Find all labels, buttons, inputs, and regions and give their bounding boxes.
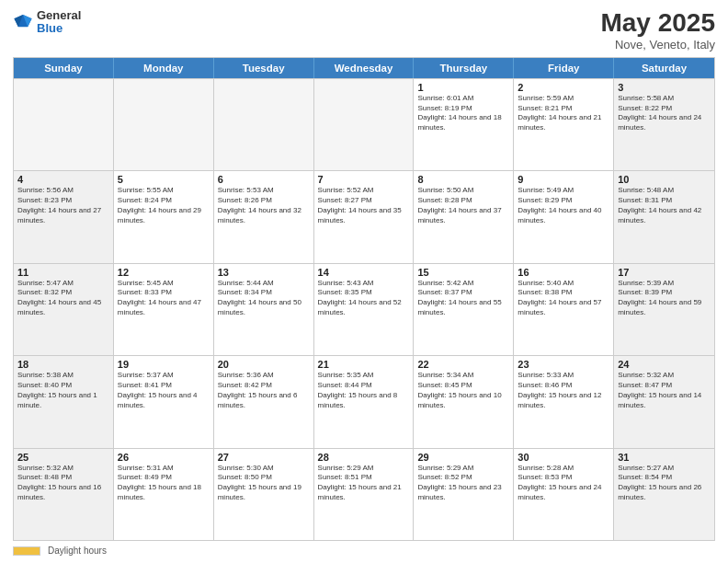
cal-cell-25: 25Sunrise: 5:32 AMSunset: 8:48 PMDayligh… [14,449,114,540]
cal-row-2: 11Sunrise: 5:47 AMSunset: 8:32 PMDayligh… [14,263,714,355]
header: General Blue May 2025 Nove, Veneto, Ital… [13,9,715,52]
day-info: Sunrise: 5:37 AMSunset: 8:41 PMDaylight:… [118,371,210,410]
cal-cell-19: 19Sunrise: 5:37 AMSunset: 8:41 PMDayligh… [114,356,214,447]
cal-cell-26: 26Sunrise: 5:31 AMSunset: 8:49 PMDayligh… [114,449,214,540]
day-number: 26 [118,452,210,463]
cal-cell-3: 3Sunrise: 5:58 AMSunset: 8:22 PMDaylight… [614,79,714,170]
day-number: 21 [318,359,410,370]
day-number: 6 [218,174,310,185]
day-info: Sunrise: 5:31 AMSunset: 8:49 PMDaylight:… [118,464,210,503]
day-number: 13 [218,267,310,278]
cal-row-3: 18Sunrise: 5:38 AMSunset: 8:40 PMDayligh… [14,355,714,447]
day-number: 9 [518,174,609,185]
day-number: 12 [118,267,210,278]
calendar-title: May 2025 [600,9,715,38]
day-info: Sunrise: 5:29 AMSunset: 8:52 PMDaylight:… [417,464,509,503]
cal-cell-28: 28Sunrise: 5:29 AMSunset: 8:51 PMDayligh… [314,449,415,540]
day-number: 30 [518,452,609,463]
calendar: SundayMondayTuesdayWednesdayThursdayFrid… [13,57,715,541]
title-block: May 2025 Nove, Veneto, Italy [600,9,715,52]
cal-cell-5: 5Sunrise: 5:55 AMSunset: 8:24 PMDaylight… [114,171,214,262]
cal-cell-14: 14Sunrise: 5:43 AMSunset: 8:35 PMDayligh… [314,264,415,355]
day-number: 16 [518,267,609,278]
cal-row-1: 4Sunrise: 5:56 AMSunset: 8:23 PMDaylight… [14,170,714,262]
cal-cell-20: 20Sunrise: 5:36 AMSunset: 8:42 PMDayligh… [214,356,314,447]
logo-icon [13,12,33,32]
day-info: Sunrise: 5:55 AMSunset: 8:24 PMDaylight:… [118,186,210,225]
cal-cell-17: 17Sunrise: 5:39 AMSunset: 8:39 PMDayligh… [614,264,714,355]
day-info: Sunrise: 5:50 AMSunset: 8:28 PMDaylight:… [417,186,509,225]
day-info: Sunrise: 5:29 AMSunset: 8:51 PMDaylight:… [318,464,410,503]
cal-cell-11: 11Sunrise: 5:47 AMSunset: 8:32 PMDayligh… [14,264,114,355]
calendar-header-row: SundayMondayTuesdayWednesdayThursdayFrid… [14,58,714,78]
cal-cell-15: 15Sunrise: 5:42 AMSunset: 8:37 PMDayligh… [414,264,514,355]
day-number: 4 [17,174,109,185]
cal-header-saturday: Saturday [614,58,714,78]
cal-cell-16: 16Sunrise: 5:40 AMSunset: 8:38 PMDayligh… [514,264,614,355]
day-number: 15 [417,267,509,278]
day-number: 8 [417,174,509,185]
daylight-bar-icon [13,546,40,556]
day-info: Sunrise: 5:53 AMSunset: 8:26 PMDaylight:… [218,186,310,225]
day-number: 24 [618,359,711,370]
cal-cell-24: 24Sunrise: 5:32 AMSunset: 8:47 PMDayligh… [614,356,714,447]
cal-cell-13: 13Sunrise: 5:44 AMSunset: 8:34 PMDayligh… [214,264,314,355]
logo: General Blue [13,9,81,36]
day-number: 19 [118,359,210,370]
cal-cell-27: 27Sunrise: 5:30 AMSunset: 8:50 PMDayligh… [214,449,314,540]
cal-cell-23: 23Sunrise: 5:33 AMSunset: 8:46 PMDayligh… [514,356,614,447]
day-info: Sunrise: 5:42 AMSunset: 8:37 PMDaylight:… [417,279,509,318]
day-info: Sunrise: 6:01 AMSunset: 8:19 PMDaylight:… [417,94,509,133]
day-info: Sunrise: 5:35 AMSunset: 8:44 PMDaylight:… [318,371,410,410]
cal-cell-31: 31Sunrise: 5:27 AMSunset: 8:54 PMDayligh… [614,449,714,540]
day-info: Sunrise: 5:48 AMSunset: 8:31 PMDaylight:… [618,186,711,225]
cal-row-0: 1Sunrise: 6:01 AMSunset: 8:19 PMDaylight… [14,78,714,170]
day-info: Sunrise: 5:38 AMSunset: 8:40 PMDaylight:… [17,371,109,410]
cal-cell-empty-0-1 [114,79,214,170]
day-info: Sunrise: 5:45 AMSunset: 8:33 PMDaylight:… [118,279,210,318]
day-number: 25 [17,452,109,463]
day-info: Sunrise: 5:34 AMSunset: 8:45 PMDaylight:… [417,371,509,410]
day-info: Sunrise: 5:43 AMSunset: 8:35 PMDaylight:… [318,279,410,318]
cal-cell-8: 8Sunrise: 5:50 AMSunset: 8:28 PMDaylight… [414,171,514,262]
cal-cell-9: 9Sunrise: 5:49 AMSunset: 8:29 PMDaylight… [514,171,614,262]
day-number: 7 [318,174,410,185]
day-info: Sunrise: 5:52 AMSunset: 8:27 PMDaylight:… [318,186,410,225]
day-info: Sunrise: 5:39 AMSunset: 8:39 PMDaylight:… [618,279,711,318]
day-info: Sunrise: 5:49 AMSunset: 8:29 PMDaylight:… [518,186,609,225]
day-number: 11 [17,267,109,278]
logo-blue-text: Blue [37,22,81,35]
day-number: 14 [318,267,410,278]
day-info: Sunrise: 5:36 AMSunset: 8:42 PMDaylight:… [218,371,310,410]
daylight-label: Daylight hours [48,546,107,556]
cal-cell-29: 29Sunrise: 5:29 AMSunset: 8:52 PMDayligh… [414,449,514,540]
day-info: Sunrise: 5:27 AMSunset: 8:54 PMDaylight:… [618,464,711,503]
cal-cell-18: 18Sunrise: 5:38 AMSunset: 8:40 PMDayligh… [14,356,114,447]
day-info: Sunrise: 5:40 AMSunset: 8:38 PMDaylight:… [518,279,609,318]
logo-text: General Blue [37,9,81,36]
day-number: 27 [218,452,310,463]
day-number: 17 [618,267,711,278]
cal-cell-empty-0-3 [314,79,415,170]
day-number: 28 [318,452,410,463]
day-number: 23 [518,359,609,370]
cal-row-4: 25Sunrise: 5:32 AMSunset: 8:48 PMDayligh… [14,448,714,540]
cal-cell-empty-0-0 [14,79,114,170]
cal-cell-12: 12Sunrise: 5:45 AMSunset: 8:33 PMDayligh… [114,264,214,355]
cal-cell-10: 10Sunrise: 5:48 AMSunset: 8:31 PMDayligh… [614,171,714,262]
cal-cell-6: 6Sunrise: 5:53 AMSunset: 8:26 PMDaylight… [214,171,314,262]
calendar-subtitle: Nove, Veneto, Italy [600,38,715,52]
day-info: Sunrise: 5:58 AMSunset: 8:22 PMDaylight:… [618,94,711,133]
cal-header-friday: Friday [514,58,614,78]
day-number: 10 [618,174,711,185]
cal-cell-22: 22Sunrise: 5:34 AMSunset: 8:45 PMDayligh… [414,356,514,447]
footer: Daylight hours [13,546,715,556]
day-number: 18 [17,359,109,370]
cal-header-sunday: Sunday [14,58,114,78]
day-number: 2 [518,82,609,93]
logo-general-text: General [37,9,81,22]
cal-header-thursday: Thursday [414,58,514,78]
cal-header-tuesday: Tuesday [214,58,314,78]
day-info: Sunrise: 5:59 AMSunset: 8:21 PMDaylight:… [518,94,609,133]
cal-cell-1: 1Sunrise: 6:01 AMSunset: 8:19 PMDaylight… [414,79,514,170]
